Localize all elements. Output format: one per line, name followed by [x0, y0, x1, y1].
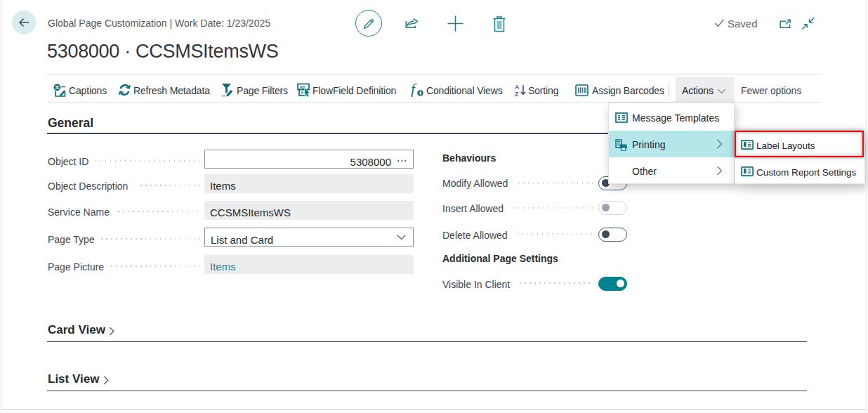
svg-text:A: A: [301, 91, 304, 95]
svg-text:Z: Z: [515, 91, 519, 98]
svg-text:f: f: [411, 83, 417, 97]
svg-text:A: A: [515, 84, 520, 91]
